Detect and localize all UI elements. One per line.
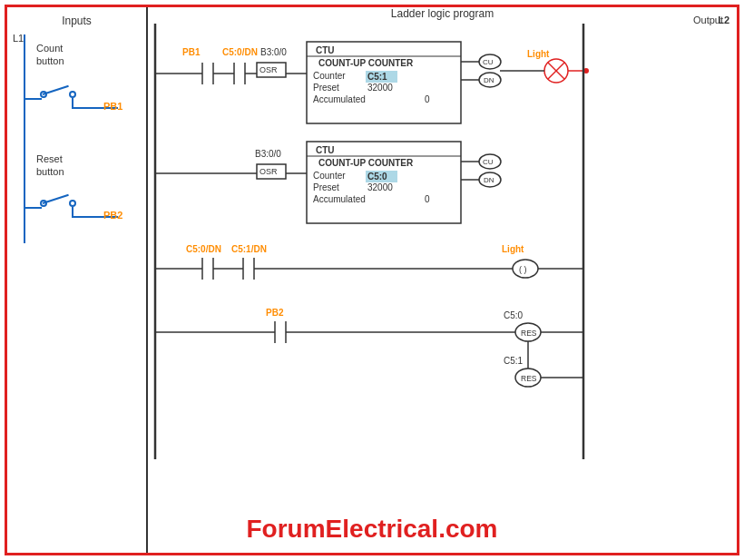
svg-text:C5:0/DN: C5:0/DN [186, 244, 221, 254]
svg-text:Preset: Preset [313, 83, 339, 93]
svg-text:32000: 32000 [367, 182, 393, 192]
svg-text:DN: DN [484, 76, 494, 84]
count-button-label: Countbutton [36, 42, 64, 68]
svg-text:CU: CU [483, 58, 494, 66]
svg-text:32000: 32000 [367, 83, 393, 93]
l2-label: L2 [718, 15, 729, 25]
main-container: Inputs L1 Countbutton PB1 [7, 7, 737, 553]
svg-text:Light: Light [527, 49, 550, 59]
svg-text:C5:1/DN: C5:1/DN [231, 244, 267, 254]
svg-text:0: 0 [425, 94, 430, 104]
inputs-title: Inputs [11, 15, 142, 27]
svg-text:C5:1: C5:1 [504, 356, 524, 366]
svg-text:B3:0/0: B3:0/0 [255, 149, 281, 159]
svg-text:OSR: OSR [259, 167, 278, 176]
svg-text:RES: RES [521, 374, 537, 383]
svg-text:C5:0: C5:0 [367, 172, 387, 182]
b3-label-r1: B3:0/0 [260, 47, 287, 57]
svg-text:Preset: Preset [313, 182, 339, 192]
svg-text:COUNT-UP COUNTER: COUNT-UP COUNTER [318, 58, 414, 68]
svg-text:CTU: CTU [316, 145, 335, 155]
main-border: Inputs L1 Countbutton PB1 [5, 5, 739, 555]
svg-text:DN: DN [484, 176, 494, 184]
svg-text:RES: RES [521, 329, 537, 338]
svg-text:Counter: Counter [313, 71, 346, 81]
reset-button-label: Resetbutton [36, 152, 64, 179]
ladder-panel: Ladder logic program PB1 C5:0/DN [148, 7, 737, 553]
svg-text:COUNT-UP COUNTER: COUNT-UP COUNTER [318, 158, 414, 168]
svg-text:0: 0 [425, 194, 430, 204]
svg-text:CU: CU [483, 158, 494, 166]
l1-rail [24, 34, 25, 243]
c5-0-dn-label-r1: C5:0/DN [222, 47, 258, 57]
svg-text:C5:0: C5:0 [504, 310, 524, 320]
svg-text:Counter: Counter [313, 171, 346, 181]
svg-text:C5:1: C5:1 [367, 72, 387, 82]
svg-text:Light: Light [502, 244, 524, 254]
svg-text:Accumulated: Accumulated [313, 194, 366, 204]
inputs-panel: Inputs L1 Countbutton PB1 [7, 7, 148, 553]
svg-text:CTU: CTU [316, 45, 335, 55]
svg-text:PB2: PB2 [266, 308, 284, 318]
pb2-label: PB2 [103, 210, 122, 221]
ladder-title: Ladder logic program [148, 7, 737, 20]
ladder-svg: PB1 C5:0/DN B3:0/0 OSR [148, 24, 656, 514]
svg-text:Accumulated: Accumulated [313, 94, 366, 104]
pb1-contact-label: PB1 [182, 47, 201, 57]
svg-text:( ): ( ) [519, 265, 527, 274]
l1-label: L1 [13, 33, 24, 44]
svg-text:OSR: OSR [259, 65, 278, 74]
forum-text: ForumElectrical.com [247, 515, 498, 544]
pb1-label: PB1 [103, 101, 122, 112]
